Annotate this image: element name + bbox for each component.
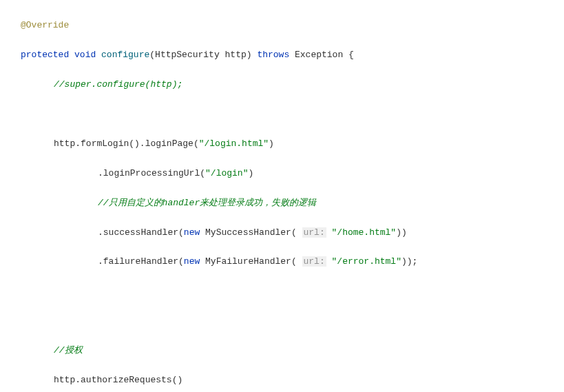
m-loginprocurl: .loginProcessingUrl <box>98 168 200 178</box>
param-name: http <box>225 50 247 60</box>
kw-throws: throws <box>257 50 289 60</box>
kw-protected: protected <box>21 50 69 60</box>
kw-new1: new <box>184 227 200 238</box>
http-var: http <box>54 138 75 149</box>
m-failurehandler: .failureHandler <box>98 256 178 267</box>
http-var2: http <box>54 375 75 385</box>
m-formlogin: formLogin <box>81 138 129 149</box>
hint-url2: url: <box>302 256 326 267</box>
m-successhandler: .successHandler <box>98 227 178 238</box>
s-error: "/error.html" <box>332 256 401 267</box>
kw-new2: new <box>184 256 200 267</box>
annotation-override: @Override <box>21 20 69 30</box>
hint-url1: url: <box>302 227 326 238</box>
s-home: "/home.html" <box>332 227 397 238</box>
comment-handler: //只用自定义的handler来处理登录成功，失败的逻辑 <box>98 198 316 208</box>
cls-failure: MyFailureHandler <box>205 256 291 267</box>
comment-super: //super.configure(http); <box>54 79 182 90</box>
m-authorizerequests: authorizeRequests <box>81 375 172 385</box>
m-loginpage: loginPage <box>145 138 194 149</box>
s-login: "/login" <box>205 168 248 178</box>
param-type: HttpSecurity <box>155 50 220 60</box>
exc-type: Exception <box>295 50 343 60</box>
s-loginhtml: "/login.html" <box>199 138 269 149</box>
method-configure: configure <box>101 50 149 60</box>
kw-void: void <box>74 50 96 60</box>
code-editor[interactable]: @Override protected void configure(HttpS… <box>7 3 564 392</box>
cls-success: MySuccessHandler <box>205 227 291 238</box>
comment-auth-title: //授权 <box>54 345 83 355</box>
